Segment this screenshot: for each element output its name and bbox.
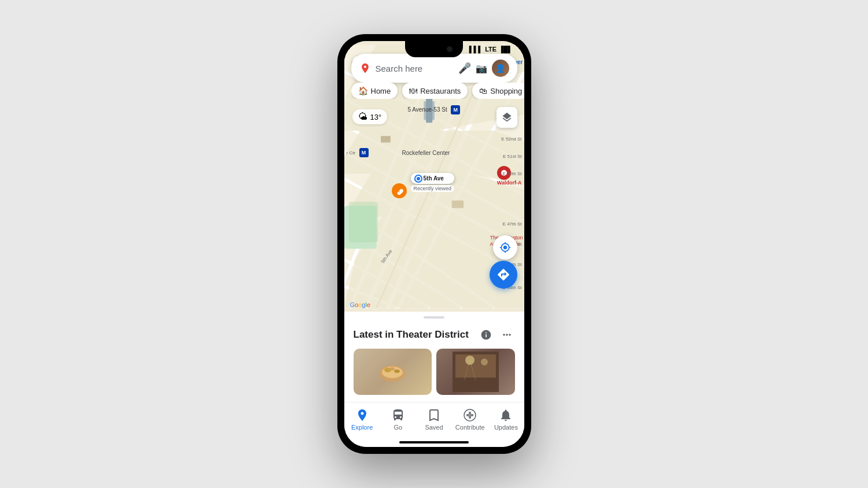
explore-label: Explore [351, 424, 373, 431]
photo-card-1[interactable] [354, 349, 432, 395]
camera [447, 46, 453, 52]
phone-frame: ▌▌▌ LTE ▐█▌ Search here 🎤 📷 👤 [337, 34, 531, 454]
more-icon [501, 329, 513, 341]
food-image [375, 357, 410, 386]
shopping-icon: 🛍 [479, 86, 487, 95]
svg-rect-39 [451, 201, 463, 208]
map-container[interactable]: ▌▌▌ LTE ▐█▌ Search here 🎤 📷 👤 [344, 41, 524, 312]
contribute-label: Contribute [455, 424, 485, 431]
svg-rect-38 [381, 136, 391, 142]
updates-label: Updates [494, 424, 518, 431]
mic-icon[interactable]: 🎤 [458, 62, 471, 75]
e51-label: E 51st St [503, 150, 521, 160]
bottom-nav: Explore Go Saved [344, 402, 524, 441]
go-icon [391, 408, 405, 422]
5th-ave-bubble[interactable]: 5th Ave Recently viewed [411, 173, 455, 192]
restaurants-icon: 🍽 [409, 86, 417, 95]
svg-point-45 [394, 369, 400, 373]
nav-item-updates[interactable]: Updates [488, 406, 524, 433]
weather-icon: 🌤 [358, 112, 367, 122]
more-button[interactable] [499, 327, 515, 343]
layers-icon [501, 112, 513, 123]
search-bar[interactable]: Search here 🎤 📷 👤 [351, 54, 517, 83]
info-button[interactable] [478, 327, 494, 343]
interior-image [453, 352, 499, 392]
current-location-dot [415, 176, 421, 182]
search-placeholder[interactable]: Search here [376, 64, 454, 73]
saved-label: Saved [425, 424, 443, 431]
recently-viewed-label: Recently viewed [411, 185, 455, 192]
chip-shopping[interactable]: 🛍 Shopping [472, 83, 524, 99]
chip-shopping-label: Shopping [490, 87, 522, 95]
e52-label: E 52nd St [501, 132, 521, 143]
subway-label-5ave: 5 Avenue-53 St M [408, 103, 461, 114]
info-icon [480, 329, 492, 341]
subway-badge-2: M [359, 148, 369, 157]
panel-header: Latest in Theater District [344, 324, 524, 349]
drag-indicator[interactable] [424, 316, 444, 319]
user-avatar[interactable]: 👤 [492, 60, 509, 77]
restaurant-pin[interactable] [392, 183, 407, 198]
photo-1 [354, 349, 432, 395]
search-overlay: Search here 🎤 📷 👤 [351, 54, 517, 83]
fifth-ave-label: 5th Ave [424, 175, 444, 182]
battery-icon: ▐█▌ [499, 46, 512, 53]
directions-icon [496, 268, 510, 282]
contribute-icon [463, 408, 477, 422]
e50-label: E 50th St [503, 167, 522, 178]
5th-ave-road-label: 5th Ave [379, 254, 395, 259]
signal-icon: ▌▌▌ [469, 46, 483, 53]
updates-icon [499, 408, 513, 422]
notch [405, 41, 463, 57]
go-label: Go [393, 424, 402, 431]
status-icons: ▌▌▌ LTE ▐█▌ [469, 46, 513, 53]
navigate-button[interactable] [490, 261, 517, 289]
saved-icon [427, 408, 441, 422]
restaurant-pin-icon [395, 187, 403, 195]
e47-label: E 47th St [503, 217, 522, 228]
camera-icon[interactable]: 📷 [476, 63, 487, 74]
subway-badge: M [451, 105, 460, 114]
home-indicator [399, 441, 469, 443]
panel-title: Latest in Theater District [354, 329, 469, 341]
layers-button[interactable] [496, 107, 517, 128]
rockefeller-label[interactable]: Rockefeller Center [402, 150, 450, 156]
explore-icon [355, 408, 369, 422]
nav-item-go[interactable]: Go [380, 406, 416, 433]
svg-rect-48 [455, 354, 496, 378]
photo-card-2[interactable] [436, 349, 515, 395]
nav-item-contribute[interactable]: Contribute [452, 406, 488, 433]
google-logo: Google [350, 299, 371, 309]
navigation-icon [499, 242, 511, 253]
park-area [349, 202, 378, 242]
chip-restaurants[interactable]: 🍽 Restaurants [402, 83, 468, 99]
chip-home[interactable]: 🏠 Home [351, 83, 398, 99]
waldorf-label: Waldorf-A [497, 180, 522, 186]
svg-point-46 [390, 367, 395, 371]
nav-item-saved[interactable]: Saved [416, 406, 452, 433]
lte-label: LTE [485, 46, 496, 53]
subway-left: r Ctr M [347, 146, 369, 157]
filter-chips: 🏠 Home 🍽 Restaurants 🛍 Shopping [351, 83, 524, 99]
chip-home-label: Home [371, 87, 391, 95]
home-icon: 🏠 [358, 86, 368, 95]
panel-actions [478, 327, 515, 343]
weather-temp: 13° [370, 113, 382, 121]
phone-screen: ▌▌▌ LTE ▐█▌ Search here 🎤 📷 👤 [344, 41, 524, 447]
photo-2 [436, 349, 515, 395]
photos-row [344, 349, 524, 402]
maps-logo-icon [359, 62, 371, 74]
location-button[interactable] [493, 235, 517, 260]
chip-restaurants-label: Restaurants [420, 87, 461, 95]
svg-point-50 [481, 358, 488, 365]
weather-widget: 🌤 13° [352, 109, 388, 124]
nav-item-explore[interactable]: Explore [344, 406, 380, 433]
bottom-panel: Latest in Theater District [344, 312, 524, 447]
